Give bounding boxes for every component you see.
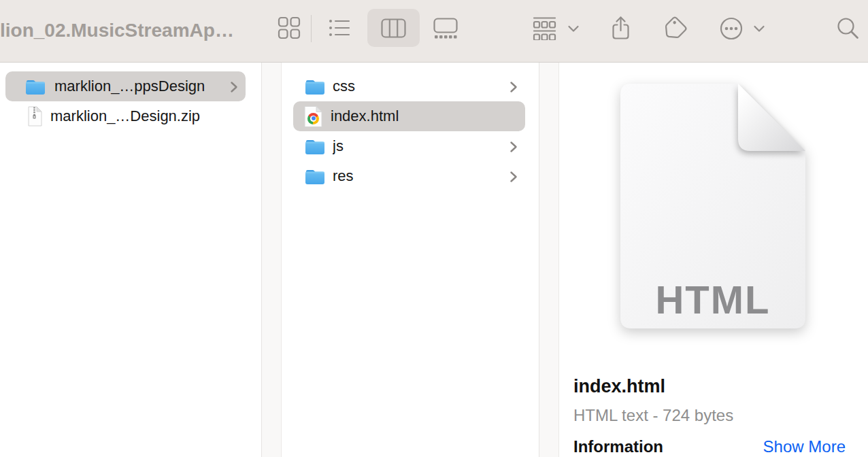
search-button[interactable] [836,16,860,40]
ellipsis-circle-icon [720,17,743,40]
grid-view-icon [278,16,301,39]
chevron-right-icon [510,171,518,186]
share-icon [610,15,631,41]
tag-icon [661,15,688,42]
chevron-right-icon [230,81,238,96]
file-name: index.html [331,107,399,125]
window-title: lion_02.MusicStreamAp… [0,17,254,44]
chrome-logo-icon [307,113,319,124]
folder-icon [304,167,326,186]
file-name: css [333,78,355,95]
icon-view-button[interactable] [278,16,301,39]
chevron-right-icon [510,141,518,156]
file-row-css[interactable]: css [293,71,525,101]
gallery-view-icon [433,18,458,39]
doc-icon-label: HTML [655,277,770,322]
column-scrollbar-gutter[interactable] [261,63,282,457]
share-button[interactable] [610,15,631,41]
file-row-js[interactable]: js [293,131,525,161]
file-row-marklion-folder[interactable]: marklion_…ppsDesign [5,71,246,101]
folder-icon [304,78,326,96]
more-actions-button[interactable] [720,17,743,40]
file-name: marklion_…Design.zip [50,107,200,125]
finder-toolbar: lion_02.MusicStreamAp… [0,0,868,63]
zip-file-icon [26,105,44,127]
chevron-down-icon [567,25,580,33]
folder-icon [304,137,326,156]
column-view-button[interactable] [381,18,406,38]
list-view-button[interactable] [329,18,350,37]
preview-filename: index.html [573,376,665,397]
show-more-link[interactable]: Show More [763,437,846,456]
group-by-icon [532,16,557,40]
chevron-right-icon [510,81,518,96]
gallery-view-button[interactable] [433,18,458,39]
html-file-icon [303,105,323,128]
file-row-index-html[interactable]: index.html [293,101,525,131]
column-scrollbar-gutter[interactable] [539,63,559,457]
html-document-preview-icon: HTML [620,84,805,328]
search-icon [836,16,860,40]
information-heading: Information [573,437,663,456]
file-name: marklion_…ppsDesign [54,78,205,95]
folder-icon [24,78,46,96]
file-row-res[interactable]: res [293,161,525,191]
preview-kind-size: HTML text - 724 bytes [573,406,733,425]
file-name: js [333,137,344,155]
group-by-button[interactable] [532,16,557,40]
file-name: res [333,167,354,185]
file-row-marklion-zip[interactable]: marklion_…Design.zip [5,101,246,131]
chevron-down-icon [753,25,765,33]
list-view-icon [329,18,350,37]
column-view-icon [381,18,406,38]
more-actions-chevron[interactable] [753,25,765,33]
toolbar-separator [311,15,312,42]
tag-button[interactable] [661,15,688,42]
group-by-chevron[interactable] [567,25,580,33]
